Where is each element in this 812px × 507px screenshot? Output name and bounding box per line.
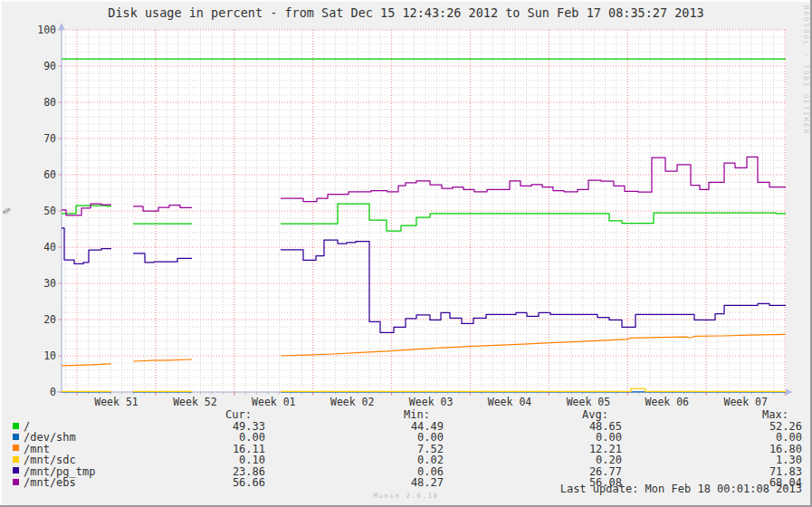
y-axis-tick-label: 0 xyxy=(50,386,56,398)
legend-row-label: /mnt xyxy=(24,444,50,454)
x-axis-tick-label: Week 52 xyxy=(173,396,216,408)
munin-graph-panel: Disk usage in percent - from Sat Dec 15 … xyxy=(0,0,812,507)
legend-value: 49.33 xyxy=(233,421,265,432)
legend-swatch-icon xyxy=(13,423,19,429)
legend-row-label: / xyxy=(24,421,30,432)
legend-value: 0.00 xyxy=(417,432,444,443)
legend-value: 0.20 xyxy=(596,454,622,465)
x-axis-tick-label: Week 02 xyxy=(330,396,374,408)
legend-value: 48.65 xyxy=(589,421,622,432)
legend-value: 0.02 xyxy=(417,454,444,465)
legend-value: 23.86 xyxy=(233,466,265,477)
y-axis-tick-label: 70 xyxy=(43,132,56,145)
y-axis-tick-label: 40 xyxy=(43,241,56,254)
y-axis-tick-label: 50 xyxy=(43,205,56,217)
y-axis-tick-label: 90 xyxy=(43,60,56,72)
legend-value: 0.06 xyxy=(417,466,444,477)
y-axis-tick-label: 10 xyxy=(43,349,56,362)
x-axis-tick-label: Week 07 xyxy=(723,396,768,408)
legend-column-header: Max: xyxy=(762,409,788,420)
legend-row-label: /dev/shm xyxy=(24,432,76,443)
legend-column-header: Avg: xyxy=(582,409,608,420)
legend-value: 56.66 xyxy=(233,477,265,488)
legend-column-header: Min: xyxy=(404,409,430,420)
legend-value: 0.00 xyxy=(239,432,265,443)
y-axis-tick-label: 80 xyxy=(43,96,56,109)
munin-version-text: Munin 2.0.10 xyxy=(0,492,812,500)
legend-row-label: /mnt/sdc xyxy=(24,454,76,465)
legend-value: 48.27 xyxy=(411,477,444,488)
legend-value: 0.00 xyxy=(596,432,622,443)
legend-column-header: Cur: xyxy=(225,409,252,420)
legend-value: 12.21 xyxy=(589,444,622,454)
x-axis-arrow-icon xyxy=(786,389,793,396)
y-axis-arrow-icon xyxy=(59,23,65,30)
plot-area: 0102030405060708090100Week 51Week 52Week… xyxy=(0,0,812,412)
x-axis-tick-label: Week 04 xyxy=(488,396,532,408)
legend-value: 16.80 xyxy=(769,444,802,454)
legend-value: 26.77 xyxy=(589,466,622,477)
legend-value: 1.30 xyxy=(776,454,802,465)
y-axis-title: % xyxy=(2,208,12,214)
y-axis-tick-label: 30 xyxy=(43,277,56,290)
y-axis-tick-label: 20 xyxy=(43,313,56,326)
x-axis-tick-label: Week 51 xyxy=(94,396,139,408)
y-axis-tick-label: 60 xyxy=(43,168,56,181)
legend-value: 0.10 xyxy=(239,454,265,465)
legend-swatch-icon xyxy=(13,434,19,440)
x-axis-tick-label: Week 01 xyxy=(252,396,296,408)
legend-value: 44.49 xyxy=(411,421,444,432)
legend-swatch-icon xyxy=(13,456,19,463)
legend-row-label: /mnt/ebs xyxy=(24,477,76,488)
legend-value: 52.26 xyxy=(769,421,802,432)
legend-swatch-icon xyxy=(13,445,19,451)
legend-value: 0.00 xyxy=(776,432,802,443)
legend-swatch-icon xyxy=(13,479,19,485)
x-axis-tick-label: Week 05 xyxy=(567,396,610,408)
y-axis-tick-label: 100 xyxy=(37,24,56,36)
legend-value: 71.83 xyxy=(769,466,802,477)
x-axis-tick-label: Week 03 xyxy=(409,396,454,408)
legend-value: 16.11 xyxy=(233,444,265,454)
legend-value: 7.52 xyxy=(417,444,444,454)
legend-row-label: /mnt/pg_tmp xyxy=(24,466,95,477)
x-axis-tick-label: Week 06 xyxy=(645,396,690,408)
legend-swatch-icon xyxy=(13,467,19,474)
